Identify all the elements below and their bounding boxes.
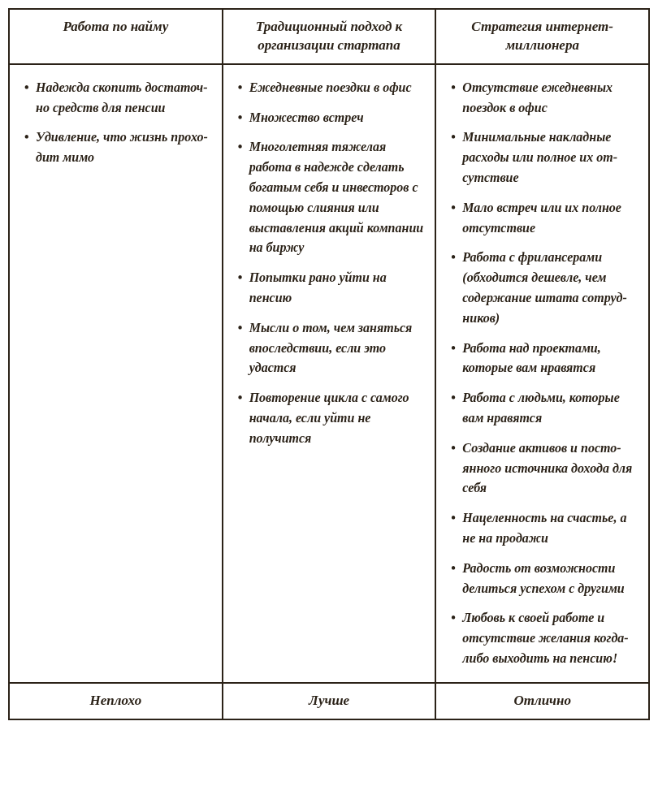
table-footer-cell: Отлично <box>436 684 648 719</box>
list-item: Многолетняя тяжелая работа в надежде сде… <box>238 137 426 258</box>
list-item: Работа над проектами, которые вам нравят… <box>451 339 639 379</box>
list-item: Надежда скопить достаточ­но средств для … <box>24 78 212 119</box>
table-footer-row: Неплохо Лучше Отлично <box>10 682 648 719</box>
list-item: Ежедневные поездки в офис <box>238 78 426 98</box>
list-item: Минимальные накладные расходы или полное… <box>451 127 639 188</box>
list-item: Попытки рано уйти на пенсию <box>238 268 426 309</box>
table-header-cell: Традиционный подход к организации старта… <box>223 10 437 63</box>
comparison-table: Работа по найму Традиционный подход к ор… <box>8 8 650 720</box>
table-footer-cell: Неплохо <box>10 684 223 719</box>
list-item: Мысли о том, чем заняться впоследствии, … <box>238 318 426 378</box>
list-item: Работа с людьми, которые вам нравятся <box>451 388 639 429</box>
list-item: Любовь к своей работе и отсутствие желан… <box>451 608 639 668</box>
table-body-row: Надежда скопить достаточ­но средств для … <box>10 65 648 682</box>
table-body-cell: Отсутствие ежедневных поездок в офис Мин… <box>436 65 648 682</box>
table-header-cell: Работа по найму <box>10 10 223 63</box>
list-item: Создание активов и посто­янного источник… <box>451 438 639 499</box>
list-item: Удивление, что жизнь прохо­дит мимо <box>24 127 212 168</box>
table-header-cell: Стратегия интернет-миллионера <box>436 10 648 63</box>
table-footer-cell: Лучше <box>223 684 437 719</box>
table-header-row: Работа по найму Традиционный подход к ор… <box>10 10 648 65</box>
bullet-list: Ежедневные поездки в офис Множество встр… <box>238 78 426 449</box>
list-item: Работа с фрилансерами (обходится дешевле… <box>451 248 639 328</box>
table-body-cell: Надежда скопить достаточ­но средств для … <box>10 65 223 682</box>
bullet-list: Надежда скопить достаточ­но средств для … <box>24 78 212 168</box>
list-item: Радость от возможности делиться успехом … <box>451 559 639 599</box>
list-item: Мало встреч или их пол­ное отсутствие <box>451 198 639 239</box>
list-item: Повторение цикла с самого на­чала, если … <box>238 388 426 448</box>
bullet-list: Отсутствие ежедневных поездок в офис Мин… <box>451 78 639 669</box>
list-item: Множество встреч <box>238 108 426 128</box>
list-item: Нацеленность на счастье, а не на продажи <box>451 508 639 549</box>
list-item: Отсутствие ежедневных поездок в офис <box>451 78 639 119</box>
table-body-cell: Ежедневные поездки в офис Множество встр… <box>223 65 437 682</box>
